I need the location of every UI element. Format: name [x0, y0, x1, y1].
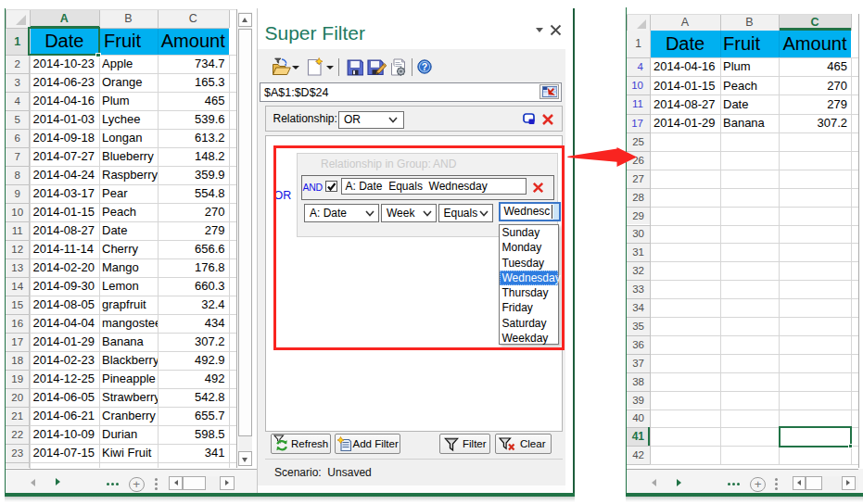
svg-text:?: ? [422, 61, 427, 72]
